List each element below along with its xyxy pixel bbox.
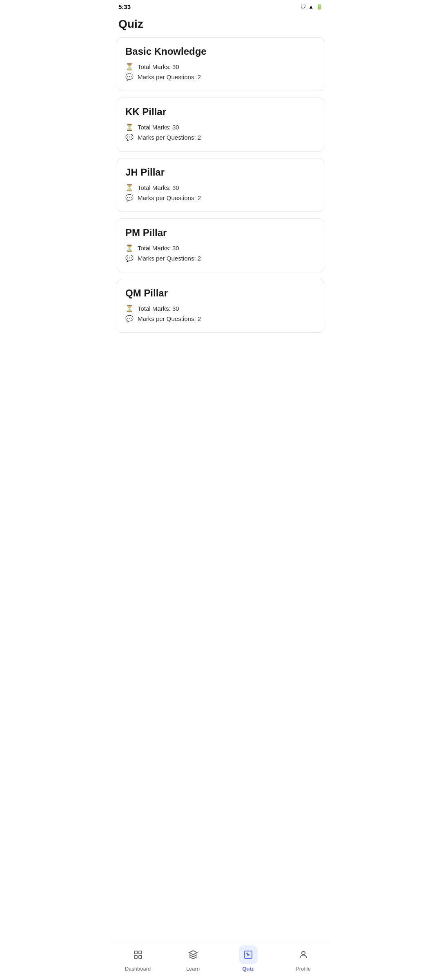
- svg-rect-2: [134, 956, 137, 958]
- question-icon: 💬: [125, 254, 134, 262]
- total-marks-row: ⏳ Total Marks: 30: [125, 305, 316, 312]
- quiz-card-basic-knowledge[interactable]: Basic Knowledge ⏳ Total Marks: 30 💬 Mark…: [117, 37, 324, 91]
- total-marks-label: Total Marks: 30: [138, 305, 179, 312]
- learn-icon: [184, 945, 203, 964]
- marks-per-question-row: 💬 Marks per Questions: 2: [125, 194, 316, 202]
- nav-item-quiz[interactable]: Quiz: [220, 945, 276, 972]
- marks-icon: ⏳: [125, 244, 134, 252]
- marks-icon: ⏳: [125, 184, 134, 192]
- marks-per-question-label: Marks per Questions: 2: [138, 74, 201, 80]
- nav-label-profile: Profile: [296, 966, 311, 972]
- quiz-card-title: KK Pillar: [125, 106, 316, 118]
- nav-item-profile[interactable]: Profile: [276, 945, 331, 972]
- content-area: Basic Knowledge ⏳ Total Marks: 30 💬 Mark…: [110, 37, 331, 980]
- question-icon: 💬: [125, 194, 134, 202]
- quiz-card-kk-pillar[interactable]: KK Pillar ⏳ Total Marks: 30 💬 Marks per …: [117, 98, 324, 151]
- marks-per-question-label: Marks per Questions: 2: [138, 315, 201, 322]
- question-icon: 💬: [125, 315, 134, 323]
- marks-per-question-row: 💬 Marks per Questions: 2: [125, 254, 316, 262]
- wifi-icon: ▲: [308, 4, 314, 10]
- quiz-card-title: Basic Knowledge: [125, 46, 316, 57]
- status-time: 5:33: [118, 3, 131, 10]
- quiz-card-info: ⏳ Total Marks: 30 💬 Marks per Questions:…: [125, 63, 316, 81]
- marks-icon: ⏳: [125, 305, 134, 312]
- quiz-card-info: ⏳ Total Marks: 30 💬 Marks per Questions:…: [125, 184, 316, 202]
- svg-rect-0: [134, 951, 137, 954]
- quiz-card-jh-pillar[interactable]: JH Pillar ⏳ Total Marks: 30 💬 Marks per …: [117, 158, 324, 212]
- marks-per-question-row: 💬 Marks per Questions: 2: [125, 315, 316, 323]
- page-title: Quiz: [118, 18, 323, 31]
- svg-rect-3: [139, 956, 142, 958]
- total-marks-label: Total Marks: 30: [138, 245, 179, 252]
- marks-per-question-row: 💬 Marks per Questions: 2: [125, 134, 316, 141]
- marks-per-question-row: 💬 Marks per Questions: 2: [125, 73, 316, 81]
- battery-icon: 🔋: [316, 4, 323, 10]
- nav-item-learn[interactable]: Learn: [165, 945, 220, 972]
- question-icon: 💬: [125, 134, 134, 141]
- svg-point-6: [302, 951, 305, 955]
- total-marks-row: ⏳ Total Marks: 30: [125, 244, 316, 252]
- total-marks-label: Total Marks: 30: [138, 124, 179, 131]
- total-marks-row: ⏳ Total Marks: 30: [125, 63, 316, 71]
- quiz-card-info: ⏳ Total Marks: 30 💬 Marks per Questions:…: [125, 244, 316, 262]
- quiz-card-title: JH Pillar: [125, 167, 316, 178]
- marks-per-question-label: Marks per Questions: 2: [138, 134, 201, 141]
- total-marks-label: Total Marks: 30: [138, 184, 179, 191]
- dashboard-icon: [129, 945, 147, 964]
- quiz-icon: [239, 945, 258, 964]
- marks-per-question-label: Marks per Questions: 2: [138, 194, 201, 201]
- svg-point-5: [247, 953, 247, 954]
- quiz-card-qm-pillar[interactable]: QM Pillar ⏳ Total Marks: 30 💬 Marks per …: [117, 279, 324, 333]
- marks-icon: ⏳: [125, 123, 134, 131]
- svg-rect-1: [139, 951, 142, 954]
- status-icons: 🛡 ▲ 🔋: [301, 4, 323, 10]
- marks-per-question-label: Marks per Questions: 2: [138, 255, 201, 262]
- question-icon: 💬: [125, 73, 134, 81]
- nav-item-dashboard[interactable]: Dashboard: [110, 945, 165, 972]
- profile-icon: [294, 945, 313, 964]
- quiz-card-title: QM Pillar: [125, 287, 316, 299]
- total-marks-row: ⏳ Total Marks: 30: [125, 184, 316, 192]
- bottom-nav: Dashboard Learn Quiz: [110, 941, 331, 980]
- quiz-card-info: ⏳ Total Marks: 30 💬 Marks per Questions:…: [125, 123, 316, 141]
- quiz-card-pm-pillar[interactable]: PM Pillar ⏳ Total Marks: 30 💬 Marks per …: [117, 218, 324, 272]
- total-marks-label: Total Marks: 30: [138, 63, 179, 70]
- status-bar: 5:33 🛡 ▲ 🔋: [110, 0, 331, 13]
- shield-icon: 🛡: [301, 4, 306, 10]
- page-header: Quiz: [110, 13, 331, 37]
- quiz-card-title: PM Pillar: [125, 227, 316, 238]
- marks-icon: ⏳: [125, 63, 134, 71]
- nav-label-quiz: Quiz: [242, 966, 254, 972]
- total-marks-row: ⏳ Total Marks: 30: [125, 123, 316, 131]
- nav-label-learn: Learn: [186, 966, 200, 972]
- nav-label-dashboard: Dashboard: [125, 966, 151, 972]
- quiz-card-info: ⏳ Total Marks: 30 💬 Marks per Questions:…: [125, 305, 316, 323]
